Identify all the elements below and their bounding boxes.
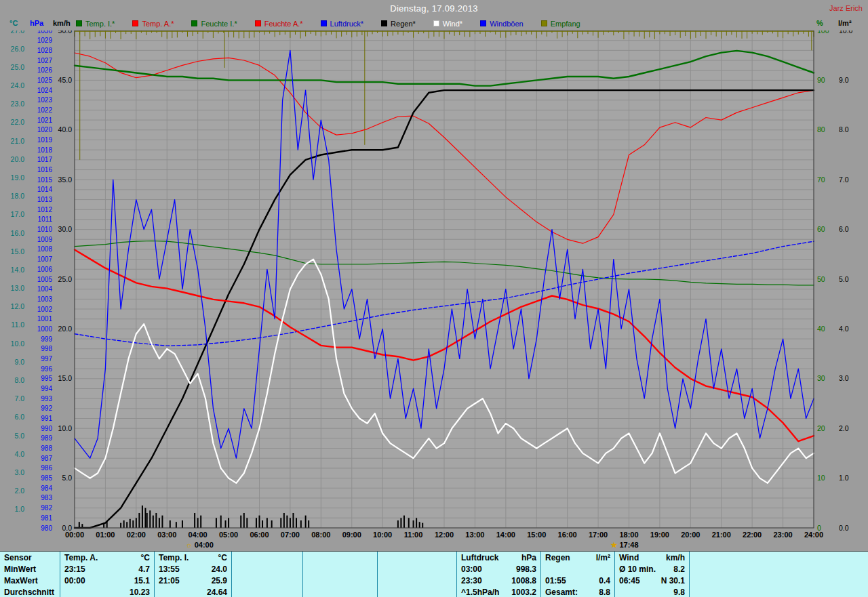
luftdruck-swatch-icon [321,20,327,26]
axis-tick-label: 6.0 [14,413,24,421]
table-cell [231,552,302,563]
legend-label: Empfang [551,20,580,28]
sun-marker-time: 17:48 [619,541,638,549]
table-cell [302,563,377,575]
axis-tick-label: 16.0 [11,229,25,237]
axis-tick-label: 14:00 [496,531,515,539]
table-cell [377,563,456,575]
table-cell: 10.23 [60,586,154,597]
axis-tick-label: 03:00 [157,531,176,539]
chart-legend: Temp. I.*Temp. A.*Feuchte I.*Feuchte A.*… [76,16,580,30]
axis-tick-label: 21:00 [712,531,731,539]
axis-tick-label: 45.0 [58,76,73,84]
axis-tick-label: 993 [41,395,52,403]
axis-tick-label: 988 [41,445,52,452]
cell-value: 4.7 [138,564,150,574]
cell-label: 13:55 [159,564,180,574]
axis-tick-label: 1.0 [14,505,24,513]
cell-label: Luftdruck [461,553,498,562]
table-cell: Windkm/h [614,552,689,563]
axis-tick-label: 1003 [37,295,53,303]
axis-tick-label: 00:00 [65,531,84,539]
axis-tick-label: 50 [817,275,825,283]
axis-tick-label: 3.0 [839,374,849,382]
axis-tick-label: 25.0 [11,63,25,71]
axis-tick-label: 1017 [37,156,53,163]
axis-tick-label: 9.0 [839,76,849,84]
axis-tick-label: 22:00 [743,531,762,539]
axis-tick-label: 11:00 [404,531,423,539]
axis-tick-label: 1016 [37,166,53,173]
table-cell: 24.64 [154,586,231,597]
axis-tick-label: 15:00 [527,531,546,539]
axis-tick-label: 18:00 [619,531,638,539]
table-cell: 23:154.7 [60,563,154,575]
table-row-header: MinWert [0,563,60,575]
cell-value: 24.0 [212,564,227,574]
axis-tick-label: 40.0 [58,125,73,133]
axis-tick-label: 10:00 [373,531,392,539]
axis-tick-label: 17.0 [11,210,25,218]
table-row-header: Sensor [0,552,60,563]
axis-tick-label: 8.0 [14,376,24,384]
table-cell [689,586,868,597]
axis-tick-label: 1004 [37,285,53,293]
axis-tick-label: 10 [817,474,825,482]
axis-tick-label: 991 [41,415,52,422]
axis-tick-label: 990 [41,425,52,432]
axis-tick-label: 80 [817,125,825,133]
stats-table: SensorTemp. A.°CTemp. I.°CLuftdruckhPaRe… [0,551,868,597]
axis-tick-label: 981 [41,514,52,522]
sun-marker-icon: ☼ [186,541,193,549]
legend-item-luftdruck: Luftdruck* [321,20,364,28]
cell-label: ^1.5hPa/h [461,588,499,597]
axis-tick-label: 1019 [37,136,53,144]
table-cell [231,563,302,575]
axis-tick-label: 1012 [37,206,53,213]
axis-tick-label: 8.0 [839,125,849,133]
axis-tick-label: 982 [41,504,52,512]
axis-tick-label: 15.0 [11,247,25,255]
axis-tick-label: 19.0 [11,173,25,182]
table-cell [540,563,614,575]
legend-label: Regen* [391,20,416,28]
legend-item-feuchte-i: Feuchte I.* [191,20,237,28]
cell-label: 01:55 [545,576,566,585]
axis-tick-label: 4.0 [839,325,849,333]
axis-tick-label: 2.0 [14,487,24,495]
table-cell [377,575,456,586]
axis-tick-label: 22.0 [11,118,25,126]
axis-tick-label: 3.0 [14,468,24,476]
axis-tick-label: 08:00 [311,531,330,539]
axis-tick-label: 21.0 [11,137,25,145]
legend-item-regen: Regen* [381,20,416,28]
axis-unit-celsius: °C [9,19,18,27]
axis-tick-label: 1002 [37,306,53,313]
cell-value: hPa [521,553,536,562]
axis-tick-label: 14.0 [11,266,25,274]
axis-tick-label: 1007 [37,255,53,263]
axis-tick-label: 01:00 [96,531,115,539]
axis-tick-label: 1027 [37,57,53,64]
axis-tick-label: 10.0 [58,424,73,432]
table-cell: 9.8 [614,586,689,597]
axis-tick-label: 10.0 [839,30,853,35]
cell-value: °C [141,553,150,562]
table-cell: Temp. I.°C [154,552,231,563]
axis-tick-label: 16:00 [558,531,577,539]
axis-tick-label: 1011 [37,215,52,223]
x-axis-labels: 00:0001:0002:0003:0004:0005:0006:0007:00… [65,531,823,539]
axis-tick-label: 17:00 [589,531,608,539]
legend-bar: °C hPa km/h Temp. I.*Temp. A.*Feuchte I.… [0,16,868,30]
table-cell [231,575,302,586]
legend-item-wind: Wind* [433,20,462,28]
table-cell [302,552,377,563]
cell-value: 15.1 [134,576,150,585]
temp-i-swatch-icon [76,20,82,26]
axis-tick-label: 40 [817,325,825,333]
legend-label: Feuchte I.* [201,20,237,28]
axis-tick-label: 35.0 [58,176,73,184]
axis-tick-label: 1029 [37,37,53,44]
axis-tick-label: 70 [817,176,825,184]
axis-tick-label: 1021 [37,117,53,124]
